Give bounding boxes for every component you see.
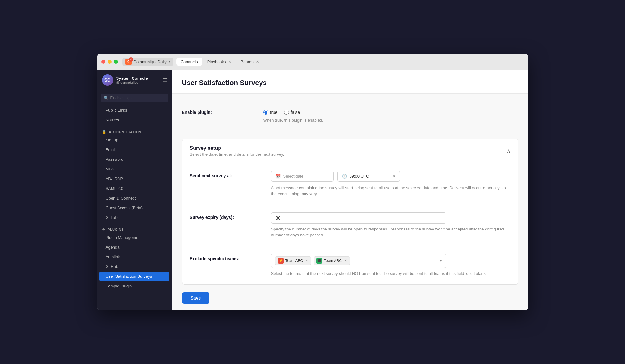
- enable-plugin-desc: When true, this plugin is enabled.: [263, 117, 518, 124]
- sidebar-item-notices[interactable]: Notices: [99, 115, 169, 124]
- date-time-row: 📅 Select date 🕐 09:00 UTC ▾: [271, 171, 511, 182]
- close-boards-icon[interactable]: ✕: [256, 60, 259, 64]
- search-box[interactable]: 🔍: [101, 94, 168, 102]
- tab-boards[interactable]: Boards ✕: [236, 58, 263, 66]
- send-survey-desc: A bot message containing the survey will…: [271, 185, 511, 197]
- tab-channels-label: Channels: [181, 59, 198, 64]
- sidebar-item-openid[interactable]: OpenID Connect: [99, 194, 169, 203]
- radio-false[interactable]: [284, 110, 289, 115]
- close-playbooks-icon[interactable]: ✕: [229, 60, 231, 64]
- send-survey-controls: 📅 Select date 🕐 09:00 UTC ▾: [271, 171, 511, 197]
- survey-card-header: Survey setup Select the date, time, and …: [182, 139, 518, 163]
- time-chevron-icon: ▾: [393, 174, 395, 179]
- workspace-selector[interactable]: C 4 Community - Daily ▾: [122, 58, 173, 66]
- tab-playbooks[interactable]: Playbooks ✕: [203, 58, 236, 66]
- team-selector[interactable]: ⚡ Team ABC ✕ ⬛ Team ABC ✕: [271, 254, 446, 268]
- avatar-initials: SC: [104, 78, 110, 83]
- team-tag-2: ⬛ Team ABC ✕: [314, 256, 350, 265]
- titlebar: C 4 Community - Daily ▾ Channels Playboo…: [97, 54, 528, 70]
- sidebar-item-signup[interactable]: Signup: [99, 135, 169, 144]
- team-tag-1-label: Team ABC: [285, 259, 303, 263]
- workspace-chevron-icon: ▾: [169, 60, 170, 63]
- tab-bar: Channels Playbooks ✕ Boards ✕: [176, 58, 524, 66]
- sidebar-item-github[interactable]: GitHub: [99, 262, 169, 271]
- survey-expiry-label: Survey expiry (days):: [190, 212, 259, 220]
- sidebar-item-adldap[interactable]: AD/LDAP: [99, 174, 169, 183]
- selector-chevron-icon[interactable]: ▾: [440, 258, 442, 264]
- page-title: User Satisfaction Surveys: [172, 70, 528, 94]
- sidebar-item-email[interactable]: Email: [99, 145, 169, 154]
- tab-channels[interactable]: Channels: [176, 58, 202, 66]
- user-name: System Console: [116, 76, 159, 81]
- radio-group-enable: true false: [263, 110, 518, 115]
- calendar-icon: 📅: [276, 174, 281, 179]
- sidebar-item-gitlab[interactable]: GitLab: [99, 213, 169, 222]
- enable-plugin-row: Enable plugin: true false: [182, 102, 518, 131]
- sidebar-item-mfa[interactable]: MFA: [99, 164, 169, 174]
- radio-option-false[interactable]: false: [284, 110, 300, 115]
- content-area: User Satisfaction Surveys Enable plugin:…: [172, 70, 528, 310]
- workspace-icon: C 4: [125, 59, 132, 65]
- team-tag-2-label: Team ABC: [324, 259, 342, 263]
- section-plugins: ⚙ PLUGINS: [97, 224, 172, 233]
- app-window: C 4 Community - Daily ▾ Channels Playboo…: [97, 54, 528, 310]
- survey-expiry-input[interactable]: [271, 212, 446, 224]
- search-icon: 🔍: [104, 96, 108, 100]
- sidebar-item-user-satisfaction-surveys[interactable]: User Satisfaction Surveys: [99, 272, 169, 281]
- team-icon-green: ⬛: [316, 258, 322, 264]
- enable-plugin-label: Enable plugin:: [182, 110, 251, 115]
- save-bar: Save: [182, 285, 518, 310]
- main-layout: SC System Console @leonard.riley ☰ 🔍 Pub…: [97, 70, 528, 310]
- sidebar-item-autolink[interactable]: Autolink: [99, 252, 169, 261]
- sidebar: SC System Console @leonard.riley ☰ 🔍 Pub…: [97, 70, 172, 310]
- sidebar-item-sample-plugin[interactable]: Sample Plugin: [99, 281, 169, 291]
- sidebar-item-agenda[interactable]: Agenda: [99, 243, 169, 252]
- exclude-teams-row: Exclude specific teams: ⚡ Team ABC ✕: [182, 246, 518, 285]
- clock-icon: 🕐: [342, 174, 347, 179]
- workspace-name: Community - Daily: [134, 59, 167, 64]
- send-survey-row: Send next survey at: 📅 Select date 🕐: [182, 163, 518, 205]
- sidebar-item-password[interactable]: Password: [99, 155, 169, 164]
- date-picker[interactable]: 📅 Select date: [271, 171, 334, 182]
- tab-boards-label: Boards: [241, 59, 254, 64]
- menu-icon[interactable]: ☰: [163, 77, 167, 83]
- time-value: 09:00 UTC: [350, 174, 369, 179]
- date-placeholder: Select date: [283, 174, 304, 179]
- minimize-button[interactable]: [108, 60, 112, 64]
- traffic-lights: [101, 60, 118, 64]
- sidebar-item-guest-access[interactable]: Guest Access (Beta): [99, 203, 169, 212]
- radio-false-label: false: [291, 110, 300, 115]
- survey-card-title: Survey setup: [190, 145, 284, 151]
- fullscreen-button[interactable]: [114, 60, 118, 64]
- exclude-teams-label: Exclude specific teams:: [190, 254, 259, 261]
- radio-true-label: true: [270, 110, 278, 115]
- time-picker[interactable]: 🕐 09:00 UTC ▾: [337, 171, 400, 182]
- user-info: System Console @leonard.riley: [116, 76, 159, 84]
- section-plugins-label: PLUGINS: [108, 228, 124, 231]
- user-handle: @leonard.riley: [116, 81, 159, 84]
- avatar: SC: [102, 74, 113, 86]
- team-tag-1: ⚡ Team ABC ✕: [275, 256, 311, 265]
- radio-option-true[interactable]: true: [263, 110, 278, 115]
- exclude-teams-desc: Select the teams that the next survey sh…: [271, 270, 511, 277]
- save-button[interactable]: Save: [182, 292, 210, 304]
- team-tag-2-close[interactable]: ✕: [344, 259, 347, 263]
- radio-true[interactable]: [263, 110, 268, 115]
- sidebar-item-plugin-management[interactable]: Plugin Management: [99, 233, 169, 242]
- send-survey-label: Send next survey at:: [190, 171, 259, 178]
- close-button[interactable]: [101, 60, 105, 64]
- team-tag-1-close[interactable]: ✕: [305, 259, 308, 263]
- search-input[interactable]: [110, 96, 165, 100]
- content-body: Enable plugin: true false: [172, 94, 528, 310]
- survey-setup-card: Survey setup Select the date, time, and …: [182, 139, 518, 285]
- chevron-up-icon[interactable]: ∧: [507, 148, 511, 154]
- lock-icon: 🔒: [102, 130, 107, 134]
- sidebar-item-public-links[interactable]: Public Links: [99, 106, 169, 115]
- survey-card-body: Send next survey at: 📅 Select date 🕐: [182, 163, 518, 285]
- sidebar-item-saml[interactable]: SAML 2.0: [99, 184, 169, 193]
- survey-expiry-row: Survey expiry (days): Specify the number…: [182, 205, 518, 246]
- survey-expiry-desc: Specify the number of days the survey wi…: [271, 226, 511, 238]
- exclude-teams-controls: ⚡ Team ABC ✕ ⬛ Team ABC ✕: [271, 254, 511, 277]
- team-icon-red: ⚡: [278, 258, 284, 264]
- enable-plugin-controls: true false When true, this plugin is ena…: [263, 110, 518, 124]
